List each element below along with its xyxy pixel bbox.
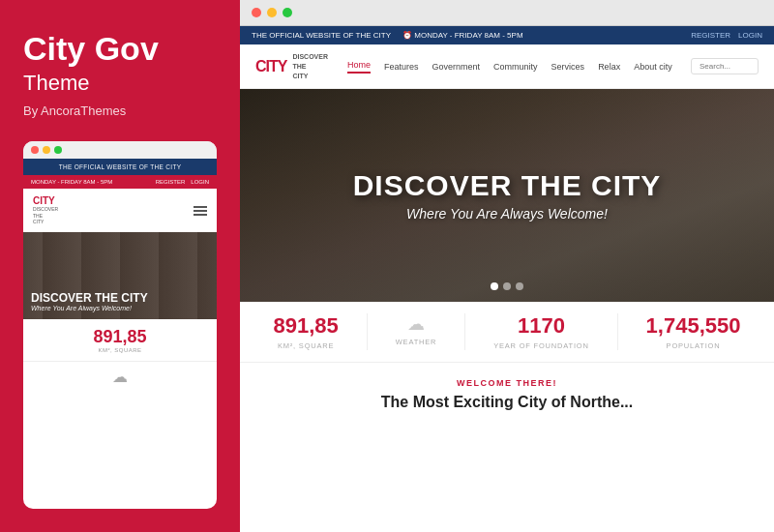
stat-population-value: 1,745,550: [646, 313, 741, 339]
welcome-title: The Most Exciting City of Northe...: [259, 394, 755, 411]
stat-year: 1170 YEAR OF FOUNDATION: [493, 313, 588, 350]
topbar-login-link[interactable]: LOGIN: [738, 31, 762, 40]
site-nav: CITY DISCOVERTHECITY Home Features Gover…: [240, 44, 774, 89]
brand-title: City Gov: [23, 31, 217, 67]
stat-weather-label: WEATHER: [396, 338, 437, 346]
stat-year-value: 1170: [518, 313, 565, 339]
mobile-hero-subtitle: Where You Are Always Welcome!: [31, 305, 148, 311]
stat-population-label: POPULATION: [667, 341, 721, 350]
mobile-register-link[interactable]: REGISTER: [156, 179, 186, 185]
right-panel: THE OFFICIAL WEBSITE OF THE CITY ⏰ MONDA…: [240, 0, 774, 532]
nav-link-services[interactable]: Services: [551, 62, 585, 72]
mobile-stat-label: KM², SQUARE: [31, 347, 209, 353]
hamburger-line: [194, 206, 207, 208]
nav-link-community[interactable]: Community: [493, 62, 538, 72]
nav-link-features[interactable]: Features: [384, 62, 419, 72]
hero-dot-1[interactable]: [491, 282, 498, 290]
stat-area-label: KM², SQUARE: [278, 341, 334, 350]
welcome-section: WELCOME THERE! The Most Exciting City of…: [240, 363, 774, 532]
topbar-register-link[interactable]: REGISTER: [691, 31, 730, 40]
mobile-dot-red: [31, 146, 39, 154]
mobile-hours: MONDAY - FRIDAY 8AM - 5PM: [31, 179, 112, 185]
topbar-hours: ⏰ MONDAY - FRIDAY 8AM - 5PM: [402, 31, 523, 40]
hero-dot-2[interactable]: [503, 282, 511, 290]
mobile-hero-title: DISCOVER THE CITY: [31, 291, 148, 305]
site-topbar: THE OFFICIAL WEBSITE OF THE CITY ⏰ MONDA…: [240, 26, 774, 44]
site-nav-links: Home Features Government Community Servi…: [347, 60, 691, 74]
nav-link-relax[interactable]: Relax: [598, 62, 620, 72]
mobile-stats: 891,85 KM², SQUARE: [23, 319, 217, 362]
stat-area-value: 891,85: [273, 313, 338, 339]
mobile-weather-icon: ☁: [23, 362, 217, 392]
stats-bar: 891,85 KM², SQUARE ☁ WEATHER 1170 YEAR O…: [240, 302, 774, 363]
site-logo-mark: CITY: [255, 58, 286, 75]
mobile-nav-bar: MONDAY - FRIDAY 8AM - 5PM REGISTER LOGIN: [23, 175, 217, 189]
topbar-right-links: REGISTER LOGIN: [691, 31, 762, 40]
mobile-browser-dots: [23, 141, 217, 159]
browser-dot-red: [252, 8, 261, 17]
mobile-dot-yellow: [43, 146, 50, 154]
hamburger-line: [194, 210, 207, 212]
stat-divider-1: [367, 313, 368, 350]
stat-area: 891,85 KM², SQUARE: [273, 313, 338, 350]
stat-population: 1,745,550 POPULATION: [646, 313, 741, 350]
hero-title: DISCOVER THE CITY: [353, 169, 662, 202]
topbar-left-info: THE OFFICIAL WEBSITE OF THE CITY ⏰ MONDA…: [252, 31, 523, 40]
mobile-topbar: THE OFFICIAL WEBSITE OF THE CITY: [23, 159, 217, 175]
mobile-logo-mark: CITY: [33, 195, 58, 206]
browser-dot-green: [283, 8, 292, 17]
hero-content: DISCOVER THE CITY Where You Are Always W…: [240, 89, 774, 302]
welcome-label: WELCOME THERE!: [259, 378, 755, 388]
nav-link-government[interactable]: Government: [432, 62, 481, 72]
stat-divider-3: [617, 313, 618, 350]
hamburger-menu-icon[interactable]: [194, 206, 207, 216]
hero-dot-3[interactable]: [516, 282, 523, 290]
brand-author: By AncoraThemes: [23, 103, 217, 118]
mobile-auth-links: REGISTER LOGIN: [156, 179, 209, 185]
mobile-login-link[interactable]: LOGIN: [191, 179, 209, 185]
mobile-logo-sub: DISCOVERTHECITY: [33, 206, 58, 225]
mobile-dot-green: [54, 146, 62, 154]
stat-weather: ☁ WEATHER: [396, 313, 437, 350]
left-panel: City Gov Theme By AncoraThemes THE OFFIC…: [0, 0, 240, 532]
brand-subtitle: Theme: [23, 71, 217, 96]
nav-link-about[interactable]: About city: [634, 62, 672, 72]
search-input[interactable]: [691, 58, 759, 74]
mobile-logo: CITY DISCOVERTHECITY: [33, 195, 58, 225]
browser-dot-yellow: [267, 8, 277, 17]
site-logo-text: DISCOVERTHECITY: [292, 52, 328, 80]
weather-icon: ☁: [407, 313, 425, 335]
stat-year-label: YEAR OF FOUNDATION: [493, 341, 588, 350]
mobile-official-text: THE OFFICIAL WEBSITE OF THE CITY: [31, 163, 209, 170]
hero-subtitle: Where You Are Always Welcome!: [406, 206, 608, 222]
nav-link-home[interactable]: Home: [347, 60, 371, 74]
site-hero: DISCOVER THE CITY Where You Are Always W…: [240, 89, 774, 302]
browser-chrome: [240, 0, 774, 26]
mobile-hero: DISCOVER THE CITY Where You Are Always W…: [23, 232, 217, 319]
mobile-hero-content: DISCOVER THE CITY Where You Are Always W…: [31, 291, 148, 311]
hero-carousel-dots: [491, 282, 523, 290]
mobile-preview-card: THE OFFICIAL WEBSITE OF THE CITY MONDAY …: [23, 141, 217, 509]
mobile-header: CITY DISCOVERTHECITY: [23, 189, 217, 232]
desktop-preview: THE OFFICIAL WEBSITE OF THE CITY ⏰ MONDA…: [240, 26, 774, 532]
hamburger-line: [194, 214, 207, 216]
site-logo: CITY DISCOVERTHECITY: [255, 52, 328, 80]
mobile-stat-number: 891,85: [31, 327, 209, 347]
topbar-official-text: THE OFFICIAL WEBSITE OF THE CITY: [252, 31, 391, 40]
stat-divider-2: [464, 313, 465, 350]
